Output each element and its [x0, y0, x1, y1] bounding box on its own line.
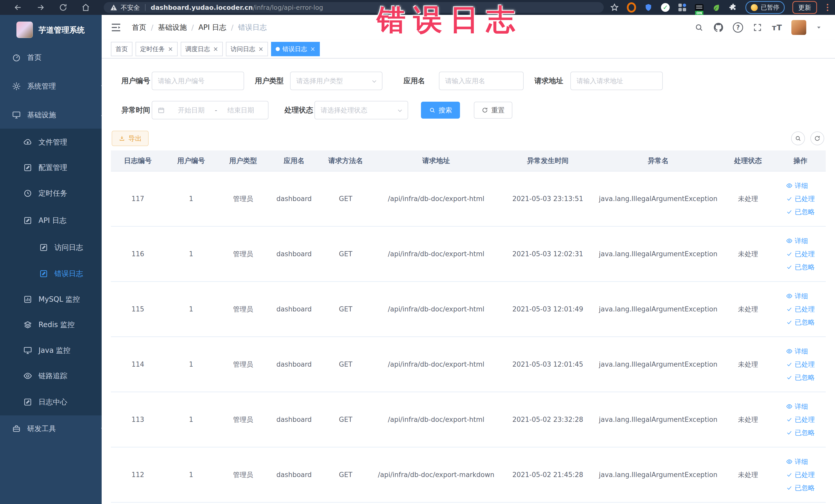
close-icon[interactable]: × [258, 46, 263, 52]
action-详细[interactable]: 详细 [786, 347, 808, 356]
action-已处理[interactable]: 已处理 [786, 470, 815, 479]
bookmark-star-icon[interactable] [610, 3, 619, 12]
tab-错误日志[interactable]: 错误日志× [271, 42, 320, 56]
action-已忽略[interactable]: 已忽略 [786, 373, 815, 382]
refresh-table-button[interactable] [810, 132, 824, 145]
close-icon[interactable]: × [168, 46, 173, 52]
clock-icon [23, 189, 32, 198]
action-详细[interactable]: 详细 [786, 292, 808, 301]
action-已忽略[interactable]: 已忽略 [786, 207, 815, 217]
export-button[interactable]: 导出 [111, 131, 149, 146]
table-row: 1121管理员dashboardGET/api/infra/db-doc/exp… [111, 447, 826, 502]
browser-menu-icon[interactable] [827, 7, 828, 8]
sidebar-item-infra[interactable]: 基础设施 [0, 103, 102, 127]
address-bar[interactable]: 不安全 dashboard.yudao.iocoder.cn /infra/lo… [104, 2, 604, 13]
toggle-search-button[interactable] [791, 132, 805, 145]
close-icon[interactable]: × [213, 46, 218, 52]
action-已忽略[interactable]: 已忽略 [786, 263, 815, 271]
action-已处理[interactable]: 已处理 [786, 360, 815, 369]
search-icon [795, 135, 801, 142]
sidebar-item-job[interactable]: 定时任务 [0, 181, 102, 206]
action-已忽略[interactable]: 已忽略 [786, 428, 815, 437]
action-详细[interactable]: 详细 [786, 457, 808, 466]
search-icon[interactable] [694, 22, 704, 33]
cell-actions: 详细已处理已忽略 [775, 226, 826, 282]
browser-update-button[interactable]: 更新 [792, 1, 817, 14]
action-已忽略[interactable]: 已忽略 [786, 483, 815, 492]
sidebar-item-home[interactable]: 首页 [0, 45, 102, 70]
user-id-input[interactable] [152, 72, 244, 90]
sidebar-item-config[interactable]: 配置管理 [0, 155, 102, 180]
back-icon[interactable] [13, 3, 23, 12]
action-已处理[interactable]: 已处理 [786, 415, 815, 424]
github-icon[interactable] [713, 22, 724, 33]
sidebar-item-redis[interactable]: Redis 监控 [0, 313, 102, 337]
sidebar-item-mysql[interactable]: MySQL 监控 [0, 287, 102, 312]
avatar-caret-down-icon[interactable] [815, 24, 822, 31]
tab-调度日志[interactable]: 调度日志× [181, 42, 223, 56]
sidebar-item-trace[interactable]: 链路追踪 [0, 364, 102, 388]
ext-grid-icon[interactable] [678, 3, 687, 12]
cell-method: GET [319, 337, 372, 392]
process-status-select[interactable] [314, 101, 408, 119]
ext-green-check-icon[interactable]: ✓ [661, 3, 670, 12]
active-dot-icon [276, 47, 280, 51]
tab-label: 错误日志 [282, 45, 307, 53]
cell-request_url: /api/infra/db-doc/export-html [372, 282, 500, 337]
exception-time-range-picker[interactable]: 开始日期 - 结束日期 [152, 101, 268, 119]
action-已忽略[interactable]: 已忽略 [786, 318, 815, 327]
sidebar-item-error-log[interactable]: 错误日志 [0, 261, 102, 286]
chevron-up-icon [100, 112, 102, 118]
breadcrumb-item[interactable]: API 日志 [199, 23, 226, 32]
tab-定时任务[interactable]: 定时任务× [136, 42, 178, 56]
date-start-placeholder[interactable]: 开始日期 [169, 106, 213, 115]
action-详细[interactable]: 详细 [786, 237, 808, 245]
home-icon[interactable] [81, 3, 90, 12]
ext-shield-icon[interactable] [644, 3, 653, 12]
app-name-input[interactable] [439, 72, 524, 90]
extensions-puzzle-icon[interactable] [729, 3, 738, 12]
font-size-icon[interactable]: тT [772, 23, 782, 32]
sidebar-item-java[interactable]: Java 监控 [0, 338, 102, 363]
cell-time: 2021-05-03 12:01:49 [500, 282, 595, 337]
date-end-placeholder[interactable]: 结束日期 [219, 106, 263, 115]
tab-首页[interactable]: 首页 [111, 42, 133, 56]
close-icon[interactable]: × [310, 46, 315, 52]
cell-method: GET [319, 392, 372, 447]
action-已处理[interactable]: 已处理 [786, 249, 815, 259]
ext-orange-ring-icon[interactable] [627, 3, 636, 12]
cell-status: 未处理 [721, 447, 775, 502]
action-详细[interactable]: 详细 [786, 181, 808, 190]
profile-paused-badge[interactable]: 已暂停 [746, 1, 785, 14]
action-详细[interactable]: 详细 [786, 402, 808, 411]
sidebar-item-file[interactable]: 文件管理 [0, 130, 102, 155]
help-icon[interactable]: ? [733, 22, 743, 33]
sidebar-item-dev-tools[interactable]: 研发工具 [0, 417, 102, 441]
user-type-select[interactable] [290, 72, 383, 90]
cell-user_id: 1 [165, 171, 218, 226]
user-avatar[interactable] [791, 20, 806, 35]
ext-toggle-on-icon[interactable]: ON [695, 3, 704, 12]
fullscreen-icon[interactable] [752, 22, 762, 33]
action-已处理[interactable]: 已处理 [786, 194, 815, 203]
security-warning-icon[interactable] [110, 4, 118, 11]
search-button[interactable]: 搜索 [421, 102, 460, 119]
hamburger-icon[interactable] [110, 22, 122, 33]
sidebar-item-system[interactable]: 系统管理 [0, 74, 102, 99]
sidebar-item-api-log[interactable]: API 日志 [0, 208, 102, 233]
ext-leaf-icon[interactable] [712, 3, 721, 12]
sidebar-item-access-log[interactable]: 访问日志 [0, 235, 102, 260]
action-已处理[interactable]: 已处理 [786, 305, 815, 314]
column-header: 应用名 [269, 150, 319, 171]
column-header: 用户编号 [165, 150, 218, 171]
sidebar-item-log-center[interactable]: 日志中心 [0, 390, 102, 415]
breadcrumb-item[interactable]: 基础设施 [158, 23, 187, 32]
cell-exception: java.lang.IllegalArgumentException [595, 226, 721, 282]
request-url-input[interactable] [570, 72, 663, 90]
reload-icon[interactable] [59, 3, 68, 12]
tab-访问日志[interactable]: 访问日志× [226, 42, 268, 56]
breadcrumb-item[interactable]: 首页 [132, 23, 146, 32]
breadcrumb-separator: / [191, 23, 194, 32]
forward-icon[interactable] [36, 3, 45, 12]
reset-button[interactable]: 重置 [474, 102, 512, 119]
